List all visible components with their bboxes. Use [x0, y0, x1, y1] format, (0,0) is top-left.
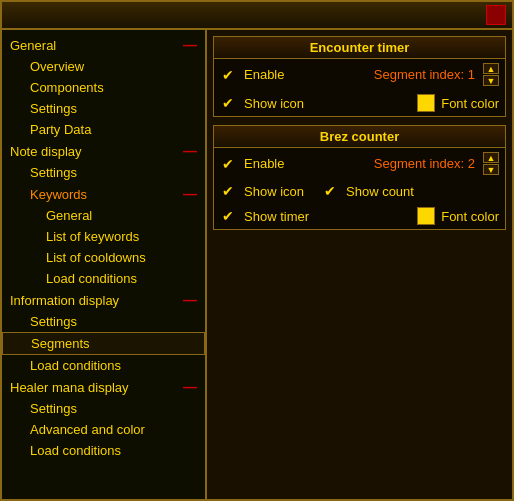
- nav-group-healer-mana[interactable]: Healer mana display—: [2, 376, 205, 398]
- font-color-label-bc-show-timer: Font color: [441, 209, 499, 224]
- section-brez-counter: Brez counter✔EnableSegment index: 2▲▼✔Sh…: [213, 125, 506, 230]
- nav-item-kw-general[interactable]: General: [2, 205, 205, 226]
- row-label-et-enable: Enable: [244, 67, 314, 82]
- title-bar: [2, 2, 512, 30]
- arrow-group-bc-enable: ▲▼: [483, 152, 499, 175]
- nav-group-keywords[interactable]: Keywords—: [2, 183, 205, 205]
- nav-item-note-settings[interactable]: Settings: [2, 162, 205, 183]
- font-color-row-bc-show-timer: Font color: [417, 207, 499, 225]
- section-encounter-timer: Encounter timer✔EnableSegment index: 1▲▼…: [213, 36, 506, 117]
- segment-label-bc-enable: Segment index: 2: [374, 156, 475, 171]
- row-et-enable: ✔EnableSegment index: 1▲▼: [214, 59, 505, 90]
- section-title-brez-counter: Brez counter: [214, 126, 505, 148]
- nav-item-healer-load-conditions[interactable]: Load conditions: [2, 440, 205, 461]
- arrow-group-et-enable: ▲▼: [483, 63, 499, 86]
- nav-item-healer-settings[interactable]: Settings: [2, 398, 205, 419]
- nav-group-note-display[interactable]: Note display—: [2, 140, 205, 162]
- segment-label-et-enable: Segment index: 1: [374, 67, 475, 82]
- nav-group-dash: —: [183, 292, 197, 308]
- row-bc-enable: ✔EnableSegment index: 2▲▼: [214, 148, 505, 179]
- nav-group-dash: —: [183, 186, 197, 202]
- nav-item-kw-load-conditions[interactable]: Load conditions: [2, 268, 205, 289]
- color-swatch-et-show-icon[interactable]: [417, 94, 435, 112]
- checkbox-et-enable[interactable]: ✔: [220, 67, 236, 83]
- row-label-bc-enable: Enable: [244, 156, 314, 171]
- nav-group-dash: —: [183, 379, 197, 395]
- color-swatch-bc-show-timer[interactable]: [417, 207, 435, 225]
- nav-item-healer-advanced[interactable]: Advanced and color: [2, 419, 205, 440]
- show-count-checkbox-bc-show-icon[interactable]: ✔: [322, 183, 338, 199]
- arrow-down-bc-enable[interactable]: ▼: [483, 164, 499, 175]
- row-bc-show-timer: ✔Show timerFont color: [214, 203, 505, 229]
- show-count-label-bc-show-icon: Show count: [346, 184, 414, 199]
- nav-item-info-segments[interactable]: Segments: [2, 332, 205, 355]
- nav-group-general[interactable]: General—: [2, 34, 205, 56]
- nav-group-dash: —: [183, 143, 197, 159]
- nav-group-label: Note display: [10, 144, 82, 159]
- sidebar: General—OverviewComponentsSettingsParty …: [2, 30, 207, 499]
- nav-group-info-display[interactable]: Information display—: [2, 289, 205, 311]
- close-button[interactable]: [486, 5, 506, 25]
- nav-item-info-load-conditions[interactable]: Load conditions: [2, 355, 205, 376]
- nav-item-info-settings[interactable]: Settings: [2, 311, 205, 332]
- main-panel: Encounter timer✔EnableSegment index: 1▲▼…: [207, 30, 512, 499]
- nav-group-label: Healer mana display: [10, 380, 129, 395]
- checkbox-bc-show-icon[interactable]: ✔: [220, 183, 236, 199]
- nav-item-overview[interactable]: Overview: [2, 56, 205, 77]
- checkbox-et-show-icon[interactable]: ✔: [220, 95, 236, 111]
- row-label-bc-show-timer: Show timer: [244, 209, 314, 224]
- nav-group-label: General: [10, 38, 56, 53]
- nav-item-settings[interactable]: Settings: [2, 98, 205, 119]
- nav-group-label: Keywords: [30, 187, 87, 202]
- checkbox-bc-show-timer[interactable]: ✔: [220, 208, 236, 224]
- font-color-row-et-show-icon: Font color: [417, 94, 499, 112]
- main-window: General—OverviewComponentsSettingsParty …: [0, 0, 514, 501]
- row-et-show-icon: ✔Show iconFont color: [214, 90, 505, 116]
- nav-group-label: Information display: [10, 293, 119, 308]
- arrow-up-bc-enable[interactable]: ▲: [483, 152, 499, 163]
- row-bc-show-icon: ✔Show icon✔Show count: [214, 179, 505, 203]
- row-label-et-show-icon: Show icon: [244, 96, 314, 111]
- arrow-up-et-enable[interactable]: ▲: [483, 63, 499, 74]
- nav-group-dash: —: [183, 37, 197, 53]
- content-area: General—OverviewComponentsSettingsParty …: [2, 30, 512, 499]
- nav-item-kw-list-keywords[interactable]: List of keywords: [2, 226, 205, 247]
- nav-item-party-data[interactable]: Party Data: [2, 119, 205, 140]
- font-color-label-et-show-icon: Font color: [441, 96, 499, 111]
- section-title-encounter-timer: Encounter timer: [214, 37, 505, 59]
- checkbox-bc-enable[interactable]: ✔: [220, 156, 236, 172]
- arrow-down-et-enable[interactable]: ▼: [483, 75, 499, 86]
- row-label-bc-show-icon: Show icon: [244, 184, 314, 199]
- nav-item-kw-list-cooldowns[interactable]: List of cooldowns: [2, 247, 205, 268]
- nav-item-components[interactable]: Components: [2, 77, 205, 98]
